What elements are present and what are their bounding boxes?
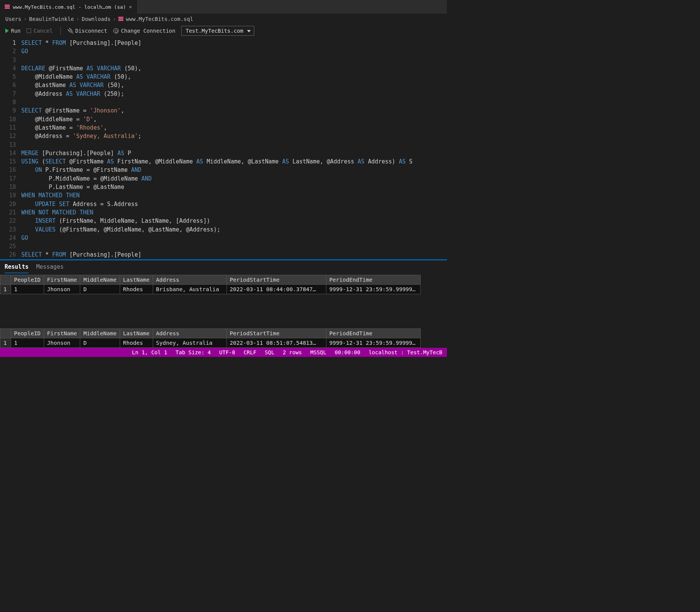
table-row[interactable]: 11JhonsonDRhodesBrisbane, Australia2022-… — [0, 284, 421, 294]
code-line[interactable] — [21, 98, 439, 106]
line-number: 25 — [0, 242, 16, 251]
cancel-label: Cancel — [33, 28, 53, 34]
code-line[interactable] — [21, 242, 439, 251]
code-editor[interactable]: 1234567891011121314151617181920212223242… — [0, 39, 447, 259]
chevron-down-icon — [247, 30, 251, 32]
code-line[interactable]: @LastName = 'Rhodes', — [21, 124, 439, 132]
code-line[interactable]: GO — [21, 234, 439, 242]
chevron-right-icon: › — [76, 16, 79, 22]
line-number: 3 — [0, 56, 16, 64]
status-encoding[interactable]: UTF-8 — [219, 349, 235, 355]
status-provider[interactable]: MSSQL — [310, 349, 326, 355]
tab-messages[interactable]: Messages — [36, 263, 63, 273]
cell[interactable]: 2022-03-11 08:44:00.37847… — [226, 284, 326, 294]
code-line[interactable]: P.LastName = @LastName — [21, 183, 439, 191]
column-header[interactable]: FirstName — [44, 328, 80, 338]
cell[interactable]: 9999-12-31 23:59:59.99999… — [326, 284, 420, 294]
column-header[interactable]: MiddleName — [80, 328, 120, 338]
code-line[interactable]: SELECT @FirstName = 'Jhonson', — [21, 106, 439, 115]
cell[interactable]: 2022-03-11 08:51:07.54813… — [226, 338, 326, 347]
code-line[interactable]: SELECT * FROM [Purchasing].[People] — [21, 39, 439, 47]
results-grid[interactable]: PeopleIDFirstNameMiddleNameLastNameAddre… — [0, 328, 421, 348]
results-panel-tabs: Results Messages — [0, 260, 447, 273]
results-grid[interactable]: PeopleIDFirstNameMiddleNameLastNameAddre… — [0, 275, 421, 294]
change-connection-button[interactable]: Change Connection — [113, 28, 175, 34]
cell[interactable]: Sydney, Australia — [153, 338, 226, 347]
column-header[interactable]: PeriodStartTime — [226, 328, 326, 338]
column-header[interactable]: PeriodStartTime — [226, 275, 326, 284]
disconnect-label: Disconnect — [75, 28, 107, 34]
column-header[interactable]: LastName — [120, 328, 153, 338]
cell[interactable]: 1 — [11, 338, 44, 347]
status-connection[interactable]: localhost : Test.MyTecB — [369, 349, 442, 355]
status-language[interactable]: SQL — [265, 349, 274, 355]
row-number: 1 — [0, 284, 11, 294]
column-header[interactable]: Address — [153, 275, 226, 284]
tab-results[interactable]: Results — [5, 263, 29, 273]
code-line[interactable]: SELECT * FROM [Purchasing].[People] — [21, 251, 439, 259]
line-number: 18 — [0, 183, 16, 191]
line-number: 6 — [0, 81, 16, 89]
cell[interactable]: Jhonson — [44, 338, 80, 347]
cell[interactable]: Brisbane, Australia — [153, 284, 226, 294]
code-line[interactable]: P.MiddleName = @MiddleName AND — [21, 174, 439, 183]
line-number: 19 — [0, 191, 16, 200]
code-line[interactable]: @Address = 'Sydney, Australia'; — [21, 132, 439, 140]
code-line[interactable]: @MiddleName AS VARCHAR (50), — [21, 73, 439, 81]
results-gap — [0, 294, 447, 327]
code-line[interactable] — [21, 56, 439, 64]
cell[interactable]: 9999-12-31 23:59:59.99999… — [326, 338, 420, 347]
status-tabsize[interactable]: Tab Size: 4 — [176, 349, 211, 355]
column-header[interactable]: FirstName — [44, 275, 80, 284]
column-header[interactable]: PeopleID — [11, 275, 44, 284]
code-line[interactable]: MERGE [Purchasing].[People] AS P — [21, 149, 439, 157]
breadcrumb-item[interactable]: Downloads — [82, 16, 111, 22]
cell[interactable]: Rhodes — [120, 284, 153, 294]
code-line[interactable]: @Address AS VARCHAR (250); — [21, 90, 439, 98]
close-icon[interactable]: × — [129, 4, 132, 10]
toolbar: Run Cancel 🔌 Disconnect Change Connectio… — [0, 24, 447, 39]
chevron-right-icon: › — [24, 16, 27, 22]
code-line[interactable]: UPDATE SET Address = S.Address — [21, 200, 439, 208]
code-line[interactable]: VALUES (@FirstName, @MiddleName, @LastNa… — [21, 225, 439, 234]
column-header[interactable]: PeriodEndTime — [326, 328, 420, 338]
line-number: 26 — [0, 251, 16, 259]
cell[interactable]: Jhonson — [44, 284, 80, 294]
editor-tab[interactable]: www.MyTecBits.com.sql - localh…om (sa) × — [0, 0, 137, 14]
run-button[interactable]: Run — [5, 28, 21, 34]
column-header[interactable]: PeriodEndTime — [326, 275, 420, 284]
line-number: 14 — [0, 149, 16, 157]
cell[interactable]: D — [80, 284, 120, 294]
code-content[interactable]: SELECT * FROM [Purchasing].[People]GO DE… — [21, 39, 447, 259]
code-line[interactable]: DECLARE @FirstName AS VARCHAR (50), — [21, 64, 439, 73]
column-header[interactable]: LastName — [120, 275, 153, 284]
code-line[interactable]: WHEN MATCHED THEN — [21, 191, 439, 200]
cell[interactable]: Rhodes — [120, 338, 153, 347]
code-line[interactable]: @MiddleName = 'D', — [21, 115, 439, 124]
column-header[interactable]: PeopleID — [11, 328, 44, 338]
breadcrumb-item[interactable]: www.MyTecBits.com.sql — [126, 16, 193, 22]
line-number: 9 — [0, 106, 16, 115]
database-dropdown[interactable]: Test.MyTecBits.com — [181, 26, 254, 36]
code-line[interactable] — [21, 141, 439, 149]
code-line[interactable]: ON P.FirstName = @FirstName AND — [21, 166, 439, 174]
cell[interactable]: 1 — [11, 284, 44, 294]
breadcrumb-item[interactable]: BeaulinTwinkle — [29, 16, 74, 22]
code-line[interactable]: WHEN NOT MATCHED THEN — [21, 208, 439, 217]
code-line[interactable]: USING (SELECT @FirstName AS FirstName, @… — [21, 157, 439, 166]
column-header[interactable]: Address — [153, 328, 226, 338]
code-line[interactable]: @LastName AS VARCHAR (50), — [21, 81, 439, 89]
status-cursor-pos[interactable]: Ln 1, Col 1 — [132, 349, 167, 355]
code-line[interactable]: GO — [21, 47, 439, 55]
row-number-header — [0, 328, 11, 338]
breadcrumb-item[interactable]: Users — [5, 16, 21, 22]
line-number: 10 — [0, 115, 16, 124]
status-eol[interactable]: CRLF — [244, 349, 257, 355]
code-line[interactable]: INSERT (FirstName, MiddleName, LastName,… — [21, 217, 439, 225]
column-header[interactable]: MiddleName — [80, 275, 120, 284]
change-connection-label: Change Connection — [121, 28, 175, 34]
cell[interactable]: D — [80, 338, 120, 347]
table-row[interactable]: 11JhonsonDRhodesSydney, Australia2022-03… — [0, 338, 421, 347]
disconnect-button[interactable]: 🔌 Disconnect — [68, 28, 107, 34]
run-label: Run — [11, 28, 21, 34]
